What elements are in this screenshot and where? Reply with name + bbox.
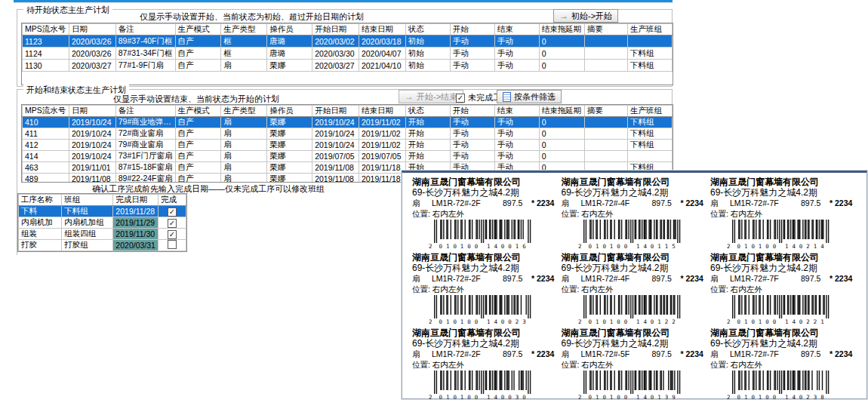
process-name-cell[interactable]: 组装 (19, 229, 62, 240)
table-cell[interactable]: 1123 (23, 35, 69, 48)
table-cell[interactable]: 框 (221, 35, 267, 48)
column-header[interactable]: MPS流水号 (23, 24, 69, 35)
table-cell[interactable]: 2019/11/18 (359, 174, 405, 183)
table-cell[interactable]: 2019/11/08 (312, 162, 359, 174)
table-cell[interactable]: 框 (221, 48, 267, 60)
table-cell[interactable] (627, 35, 672, 48)
table-cell[interactable]: 2019/07/05 (359, 151, 405, 162)
column-header[interactable]: 日期 (69, 106, 115, 117)
table-cell[interactable]: 72#商业窗扇 (115, 128, 175, 140)
table-cell[interactable]: 扇 (221, 140, 267, 151)
team-cell[interactable]: 打胶组 (62, 240, 113, 251)
table-cell[interactable]: 2019/11/08 (312, 174, 359, 183)
table-cell[interactable]: 栗娜 (267, 140, 312, 151)
table-cell[interactable]: 2019/10/24 (69, 151, 115, 162)
table-cell[interactable]: 411 (23, 128, 69, 140)
table-cell[interactable]: 2019/11/02 (359, 140, 405, 151)
table-cell[interactable]: 手动 (494, 48, 539, 60)
table-cell[interactable]: 489 (23, 174, 69, 183)
table-cell[interactable]: 初始 (405, 35, 450, 48)
table-cell[interactable]: 手动 (494, 60, 539, 72)
done-checkbox[interactable]: ✓ (168, 230, 177, 239)
table-cell[interactable]: 2020/03/27 (69, 60, 115, 72)
table-cell[interactable]: 开始 (405, 117, 450, 128)
table-cell[interactable]: 手动 (494, 117, 539, 128)
table-cell[interactable]: 初始 (405, 60, 450, 72)
team-cell[interactable]: 组装四组 (62, 229, 113, 240)
table-cell[interactable]: 下料组 (627, 48, 672, 60)
finish-done-cell[interactable]: ✓ (158, 217, 186, 229)
table-cell[interactable]: 2020/03/18 (359, 35, 405, 48)
table-cell[interactable]: 79#商业窗扇 (115, 140, 175, 151)
done-checkbox[interactable]: ✓ (168, 219, 177, 228)
finish-date-cell[interactable]: 2019/11/30 (113, 229, 159, 240)
column-header[interactable]: 生产类型 (221, 106, 267, 117)
table-cell[interactable]: 87#15-18F窗扇 (115, 162, 175, 174)
init-to-start-button[interactable]: → 初始->开始 (553, 9, 618, 23)
table-cell[interactable]: 栗娜 (267, 117, 312, 128)
table-cell[interactable]: 2019/10/24 (69, 128, 115, 140)
table-cell[interactable]: 0 (539, 35, 584, 48)
table-cell[interactable]: 手动 (450, 151, 494, 162)
column-header[interactable]: 结束拖延期 (539, 106, 584, 117)
table-cell[interactable]: 2020/03/27 (312, 60, 359, 72)
table-cell[interactable]: 2019/10/24 (312, 117, 359, 128)
table-cell[interactable]: 开始 (405, 151, 450, 162)
unfinished-process-checkbox[interactable]: ✓ (456, 94, 465, 103)
table-cell[interactable]: 自产 (175, 162, 221, 174)
table-cell[interactable]: 下料组 (627, 128, 672, 140)
table-cell[interactable]: 栗娜 (267, 174, 312, 183)
table-cell[interactable] (627, 151, 672, 162)
table-cell[interactable]: 2020/03/26 (69, 48, 115, 60)
filter-by-condition-button[interactable]: 按条件筛选 (497, 90, 562, 103)
table-cell[interactable]: 2019/10/24 (69, 140, 115, 151)
table-cell[interactable]: 下料组 (627, 60, 672, 72)
table-cell[interactable]: 自产 (175, 140, 221, 151)
table-cell[interactable]: 下料组 (627, 140, 672, 151)
team-cell[interactable]: 下料组 (62, 206, 113, 217)
table-cell[interactable]: 自产 (175, 117, 221, 128)
table-cell[interactable]: 0 (539, 60, 584, 72)
table-cell[interactable]: 手动 (450, 140, 494, 151)
table-cell[interactable]: 自产 (175, 35, 221, 48)
table-cell[interactable]: 下料组 (627, 117, 672, 128)
table-cell[interactable]: 463 (23, 162, 69, 174)
table-cell[interactable]: 扇 (221, 117, 267, 128)
table-cell[interactable]: 2019/10/24 (69, 117, 115, 128)
column-header[interactable]: 结束拖延期 (539, 24, 584, 35)
table-cell[interactable]: 89#22-24F窗扇 (115, 174, 175, 183)
table-cell[interactable]: 0 (539, 128, 584, 140)
process-name-cell[interactable]: 打胶 (19, 240, 62, 251)
table-cell[interactable]: 2019/07/05 (312, 151, 359, 162)
table-cell[interactable]: 开始 (405, 140, 450, 151)
table-cell[interactable]: 87#31-34F门框 (115, 48, 175, 60)
column-header[interactable]: 生产类型 (221, 24, 267, 35)
table-cell[interactable]: 414 (23, 151, 69, 162)
finish-done-cell[interactable]: ✓ (158, 206, 186, 217)
finish-done-cell[interactable] (158, 240, 186, 251)
column-header[interactable]: 结束 (494, 106, 539, 117)
table-cell[interactable]: 栗娜 (267, 128, 312, 140)
table-cell[interactable] (584, 48, 627, 60)
column-header[interactable]: 开始 (450, 24, 494, 35)
table-cell[interactable] (584, 151, 627, 162)
column-header[interactable]: 状态 (405, 106, 450, 117)
table-cell[interactable]: 0 (539, 151, 584, 162)
table-cell[interactable]: 0 (539, 140, 584, 151)
column-header[interactable]: 班组 (62, 195, 113, 206)
table-cell[interactable] (584, 60, 627, 72)
table-cell[interactable]: 自产 (175, 174, 221, 183)
table-cell[interactable]: 2019/11/02 (359, 117, 405, 128)
table-cell[interactable]: 2020/03/02 (312, 35, 359, 48)
table-cell[interactable] (584, 117, 627, 128)
table-cell[interactable]: 73#1F门厅窗扇 (115, 151, 175, 162)
table-cell[interactable]: 2021/04/10 (359, 60, 405, 72)
column-header[interactable]: 完成 (158, 195, 186, 206)
table-cell[interactable]: 77#1-9F门扇 (115, 60, 175, 72)
table-cell[interactable]: 开始 (405, 128, 450, 140)
table-cell[interactable]: 2020/04/07 (359, 48, 405, 60)
table-cell[interactable]: 2019/10/24 (312, 128, 359, 140)
column-header[interactable]: 备注 (115, 106, 175, 117)
table-cell[interactable]: 89#37-40F门框 (115, 35, 175, 48)
table-cell[interactable] (584, 140, 627, 151)
